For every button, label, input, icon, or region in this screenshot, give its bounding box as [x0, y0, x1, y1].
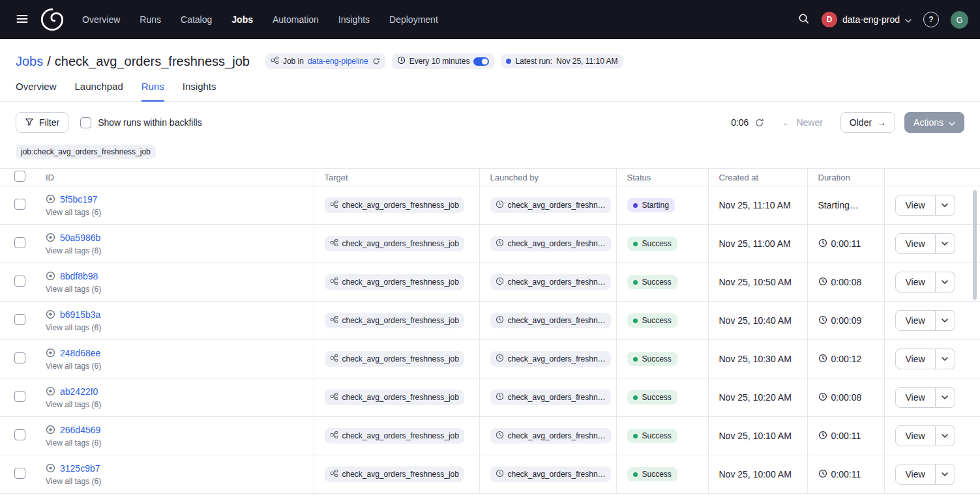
breadcrumb-jobs-link[interactable]: Jobs — [16, 54, 43, 68]
tab-overview[interactable]: Overview — [16, 81, 57, 101]
row-checkbox[interactable] — [14, 391, 25, 402]
nav-item-jobs[interactable]: Jobs — [231, 14, 253, 25]
column-header-target: Target — [314, 169, 479, 186]
run-menu-button[interactable] — [936, 464, 955, 485]
launched-by-chip[interactable]: check_avg_orders_freshn… — [490, 428, 611, 444]
launched-by-chip[interactable]: check_avg_orders_freshn… — [490, 390, 611, 405]
older-button[interactable]: Older → — [840, 112, 895, 133]
row-checkbox[interactable] — [14, 352, 25, 364]
tab-insights[interactable]: Insights — [183, 81, 216, 101]
select-all-checkbox[interactable] — [14, 171, 25, 182]
row-checkbox[interactable] — [14, 314, 25, 325]
view-run-button[interactable]: View — [895, 387, 936, 408]
vertical-scrollbar[interactable] — [973, 190, 977, 300]
launched-by-chip[interactable]: check_avg_orders_freshn… — [490, 351, 611, 367]
nav-item-runs[interactable]: Runs — [140, 14, 161, 25]
row-checkbox[interactable] — [14, 276, 25, 287]
page-title: check_avg_orders_freshness_job — [55, 54, 250, 68]
dagster-logo-icon[interactable] — [39, 7, 65, 33]
run-id-link[interactable]: 3125c9b7 — [60, 463, 100, 474]
run-id-link[interactable]: 266d4569 — [60, 425, 100, 435]
run-menu-button[interactable] — [936, 195, 955, 216]
launched-by-chip[interactable]: check_avg_orders_freshn… — [490, 197, 611, 213]
run-id-link[interactable]: 50a5986b — [60, 233, 100, 243]
tab-launchpad[interactable]: Launchpad — [75, 81, 123, 101]
hamburger-menu-button[interactable] — [12, 8, 33, 31]
launched-by-chip[interactable]: check_avg_orders_freshn… — [490, 466, 611, 482]
target-chip[interactable]: check_avg_orders_freshness_job — [325, 428, 464, 444]
job-filter-tag[interactable]: job:check_avg_orders_freshness_job — [16, 145, 156, 159]
launched-by-chip[interactable]: check_avg_orders_freshn… — [490, 236, 611, 251]
duration-clock-icon — [818, 315, 827, 326]
reload-location-icon[interactable] — [372, 57, 380, 65]
duration-clock-icon — [818, 431, 827, 442]
nav-item-overview[interactable]: Overview — [82, 14, 120, 25]
run-id-link[interactable]: b6915b3a — [60, 309, 100, 320]
launched-by-chip[interactable]: check_avg_orders_freshn… — [490, 313, 611, 328]
target-chip[interactable]: check_avg_orders_freshness_job — [325, 274, 464, 290]
view-run-button[interactable]: View — [895, 233, 936, 254]
view-run-button[interactable]: View — [895, 195, 936, 216]
view-all-tags-button[interactable]: View all tags (6) — [46, 208, 101, 217]
nav-item-deployment[interactable]: Deployment — [389, 14, 438, 25]
target-cell: check_avg_orders_freshness_job — [314, 302, 479, 340]
target-chip[interactable]: check_avg_orders_freshness_job — [325, 236, 464, 251]
duration-cell: 0:00:09 — [807, 302, 884, 340]
nav-item-automation[interactable]: Automation — [273, 14, 319, 25]
filter-icon — [25, 117, 34, 128]
view-all-tags-button[interactable]: View all tags (6) — [46, 477, 101, 486]
code-location-link[interactable]: data-eng-pipeline — [308, 57, 368, 66]
run-id-link[interactable]: 5f5bc197 — [60, 194, 98, 205]
run-id-link[interactable]: 248d68ee — [60, 348, 100, 358]
status-badge: Success — [627, 352, 677, 366]
view-all-tags-button[interactable]: View all tags (6) — [46, 246, 101, 255]
target-chip[interactable]: check_avg_orders_freshness_job — [325, 466, 464, 482]
status-dot — [633, 280, 638, 285]
table-row: 3125c9b7 View all tags (6) check_avg_ord… — [0, 455, 980, 494]
row-checkbox[interactable] — [14, 199, 25, 210]
duration-cell: 0:00:12 — [807, 340, 884, 378]
view-all-tags-button[interactable]: View all tags (6) — [46, 438, 101, 448]
target-chip[interactable]: check_avg_orders_freshness_job — [325, 313, 464, 328]
tab-runs[interactable]: Runs — [141, 81, 164, 102]
actions-button[interactable]: Actions — [904, 112, 964, 133]
schedule-toggle[interactable] — [473, 57, 489, 66]
newer-button[interactable]: ← Newer — [773, 112, 831, 133]
view-all-tags-button[interactable]: View all tags (6) — [46, 362, 101, 371]
run-id-link[interactable]: ab2422f0 — [60, 386, 98, 397]
user-avatar[interactable]: G — [951, 11, 968, 29]
view-run-button[interactable]: View — [895, 349, 936, 369]
deployment-switcher[interactable]: D data-eng-prod — [822, 12, 912, 27]
run-menu-button[interactable] — [936, 233, 955, 254]
filter-button[interactable]: Filter — [16, 112, 68, 133]
view-run-button[interactable]: View — [895, 464, 936, 485]
launched-by-chip[interactable]: check_avg_orders_freshn… — [490, 274, 611, 290]
view-run-button[interactable]: View — [895, 272, 936, 292]
nav-item-catalog[interactable]: Catalog — [181, 14, 212, 25]
view-all-tags-button[interactable]: View all tags (6) — [46, 285, 101, 294]
refresh-icon[interactable] — [754, 118, 764, 128]
run-menu-button[interactable] — [936, 310, 955, 331]
view-all-tags-button[interactable]: View all tags (6) — [46, 323, 101, 332]
run-menu-button[interactable] — [936, 272, 955, 292]
run-id-link[interactable]: 8bdf8b98 — [60, 271, 98, 281]
run-menu-button[interactable] — [936, 387, 955, 408]
row-checkbox[interactable] — [14, 468, 25, 479]
latest-run-time[interactable]: Nov 25, 11:10 AM — [556, 57, 618, 66]
search-button[interactable] — [797, 12, 810, 27]
view-run-button[interactable]: View — [895, 310, 936, 331]
row-checkbox[interactable] — [14, 237, 25, 248]
backfills-checkbox[interactable] — [80, 117, 91, 128]
help-icon[interactable]: ? — [923, 12, 939, 27]
nav-item-insights[interactable]: Insights — [338, 14, 370, 25]
target-chip[interactable]: check_avg_orders_freshness_job — [325, 197, 464, 213]
target-chip[interactable]: check_avg_orders_freshness_job — [325, 390, 464, 405]
row-checkbox[interactable] — [14, 429, 25, 440]
view-all-tags-button[interactable]: View all tags (6) — [46, 400, 101, 409]
target-cell: check_avg_orders_freshness_job — [314, 340, 479, 378]
target-chip[interactable]: check_avg_orders_freshness_job — [325, 351, 464, 367]
run-menu-button[interactable] — [936, 349, 955, 369]
view-run-button[interactable]: View — [895, 425, 936, 446]
run-menu-button[interactable] — [936, 425, 955, 446]
status-label: Starting — [642, 201, 669, 210]
